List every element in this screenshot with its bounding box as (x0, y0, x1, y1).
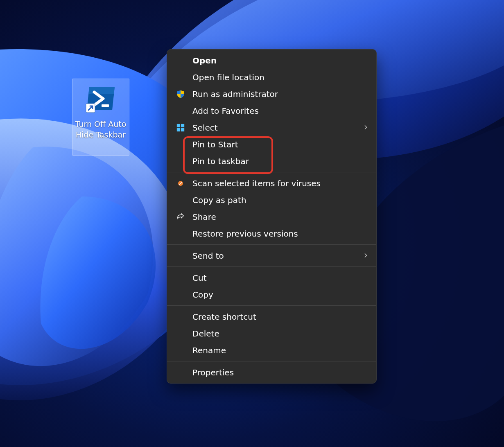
menu-separator (167, 244, 376, 245)
desktop: Turn Off Auto Hide Taskbar Open Open fil… (0, 0, 504, 447)
menu-item-label: Add to Favorites (192, 106, 259, 116)
menu-item-label: Restore previous versions (192, 229, 298, 239)
svg-rect-6 (181, 124, 184, 127)
menu-item-restore-previous-versions[interactable]: Restore previous versions (167, 225, 376, 242)
menu-item-label: Share (192, 212, 216, 222)
menu-item-label: Copy (192, 290, 213, 300)
menu-item-open-file-location[interactable]: Open file location (167, 69, 376, 86)
svg-marker-2 (88, 87, 115, 94)
menu-item-label: Open file location (192, 72, 264, 82)
menu-item-label: Select (192, 123, 218, 133)
windows-start-icon (175, 122, 186, 133)
menu-separator (167, 266, 376, 267)
antivirus-icon (175, 178, 186, 189)
menu-item-label: Delete (192, 329, 219, 339)
menu-item-label: Properties (192, 368, 234, 377)
menu-separator (167, 361, 376, 361)
menu-item-create-shortcut[interactable]: Create shortcut (167, 308, 376, 325)
powershell-icon (85, 84, 116, 115)
menu-item-scan-for-viruses[interactable]: Scan selected items for viruses (167, 175, 376, 192)
menu-item-run-as-administrator[interactable]: Run as administrator (167, 86, 376, 102)
menu-item-label: Open (192, 56, 217, 65)
menu-separator (167, 172, 376, 172)
menu-item-open[interactable]: Open (167, 52, 376, 69)
chevron-right-icon (362, 251, 369, 261)
menu-item-rename[interactable]: Rename (167, 342, 376, 359)
svg-rect-7 (177, 128, 180, 131)
menu-item-send-to[interactable]: Send to (167, 247, 376, 264)
menu-item-label: Send to (192, 251, 224, 261)
desktop-shortcut-label: Turn Off Auto Hide Taskbar (74, 119, 127, 140)
svg-rect-8 (181, 128, 184, 131)
menu-item-copy[interactable]: Copy (167, 286, 376, 303)
menu-item-label: Run as administrator (192, 89, 278, 99)
context-menu: Open Open file location Run as administr… (167, 49, 377, 384)
menu-item-copy-as-path[interactable]: Copy as path (167, 192, 376, 208)
menu-item-add-to-favorites[interactable]: Add to Favorites (167, 102, 376, 119)
menu-item-pin-to-taskbar[interactable]: Pin to taskbar (167, 153, 376, 169)
menu-item-label: Scan selected items for viruses (192, 178, 321, 188)
menu-item-delete[interactable]: Delete (167, 325, 376, 342)
menu-separator (167, 305, 376, 306)
menu-item-label: Create shortcut (192, 312, 256, 322)
menu-item-properties[interactable]: Properties (167, 364, 376, 381)
uac-shield-icon (175, 89, 186, 99)
share-icon (175, 212, 186, 222)
menu-item-label: Pin to Start (192, 140, 238, 149)
menu-item-label: Pin to taskbar (192, 156, 249, 166)
svg-rect-5 (177, 124, 180, 127)
menu-item-label: Rename (192, 345, 226, 355)
menu-item-label: Cut (192, 273, 206, 283)
menu-item-pin-to-start[interactable]: Pin to Start (167, 136, 376, 153)
menu-item-cut[interactable]: Cut (167, 269, 376, 286)
menu-item-share[interactable]: Share (167, 208, 376, 225)
menu-item-select[interactable]: Select (167, 119, 376, 136)
desktop-shortcut-turn-off-auto-hide-taskbar[interactable]: Turn Off Auto Hide Taskbar (72, 79, 129, 156)
menu-item-label: Copy as path (192, 195, 246, 205)
chevron-right-icon (362, 123, 369, 133)
svg-rect-3 (102, 104, 109, 107)
